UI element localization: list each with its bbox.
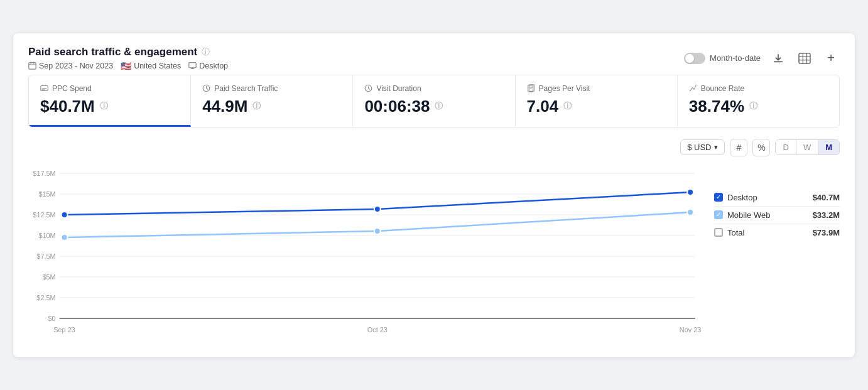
country-item: 🇺🇸 United States: [121, 61, 181, 71]
month-to-date-toggle[interactable]: Month-to-date: [684, 53, 761, 64]
monitor-icon: [188, 62, 197, 70]
metric-label-pages: Pages Per Visit: [527, 84, 666, 93]
svg-text:$12.5M: $12.5M: [33, 210, 55, 218]
clock-icon: [364, 84, 372, 92]
legend-desktop: ✓ Desktop $40.7M: [714, 189, 840, 207]
currency-label: $ USD: [687, 143, 711, 152]
svg-line-30: [377, 212, 690, 231]
duration-info-icon[interactable]: ⓘ: [435, 100, 443, 112]
svg-point-27: [374, 206, 381, 212]
date-range: Sep 2023 - Nov 2023: [39, 62, 113, 70]
legend-mobile-web: ✓ Mobile Web $33.2M: [714, 207, 840, 224]
svg-rect-0: [29, 63, 36, 70]
toggle-label: Month-to-date: [710, 53, 761, 63]
ppc-icon: [40, 84, 48, 92]
period-group: D W M: [775, 139, 840, 155]
legend-total-left: Total: [714, 228, 744, 237]
svg-point-31: [62, 234, 68, 241]
header-row: Paid search traffic & engagement ⓘ Sep 2…: [28, 46, 840, 71]
ppc-info-icon[interactable]: ⓘ: [100, 100, 108, 112]
chart-legend: ✓ Desktop $40.7M ✓ Mobile Web $33.2M: [702, 164, 840, 346]
svg-text:$10M: $10M: [38, 231, 55, 239]
metric-value-pages: 7.04 ⓘ: [527, 97, 666, 116]
svg-text:$0: $0: [48, 314, 56, 322]
pages-icon: [527, 84, 535, 92]
legend-mobile-left: ✓ Mobile Web: [714, 210, 770, 220]
metric-pages-per-visit[interactable]: Pages Per Visit 7.04 ⓘ: [516, 75, 678, 127]
metric-value-duration: 00:06:38 ⓘ: [364, 97, 503, 116]
chart-controls: $ USD ▾ # % D W M: [28, 139, 840, 156]
svg-line-29: [65, 231, 377, 237]
svg-text:$2.5M: $2.5M: [36, 293, 55, 301]
toggle-thumb: [685, 54, 694, 63]
legend-desktop-name: Desktop: [727, 193, 757, 202]
period-day-button[interactable]: D: [776, 140, 796, 154]
add-button[interactable]: +: [822, 50, 840, 67]
download-icon: [773, 53, 784, 64]
svg-text:$7.5M: $7.5M: [36, 252, 55, 259]
period-month-button[interactable]: M: [818, 140, 839, 154]
svg-point-32: [374, 228, 381, 234]
bounce-icon: [689, 84, 697, 92]
calendar-icon: [28, 62, 36, 70]
svg-text:$17.5M: $17.5M: [33, 169, 55, 176]
svg-point-33: [687, 209, 693, 215]
metric-label-ppc: PPC Spend: [40, 84, 179, 93]
legend-total-value: $73.9M: [813, 228, 840, 237]
legend-total-name: Total: [727, 228, 744, 237]
metrics-row: PPC Spend $40.7M ⓘ Paid Search Traffic 4…: [28, 75, 840, 127]
metric-bounce-rate[interactable]: Bounce Rate 38.74% ⓘ: [678, 75, 839, 127]
traffic-info-icon[interactable]: ⓘ: [252, 100, 261, 112]
traffic-icon: [202, 84, 210, 92]
excel-icon: [798, 53, 811, 64]
title-info-icon[interactable]: ⓘ: [202, 46, 210, 58]
metric-label-traffic: Paid Search Traffic: [202, 84, 341, 93]
currency-chevron-icon: ▾: [714, 143, 718, 151]
metric-value-bounce: 38.74% ⓘ: [689, 97, 828, 116]
flag-icon: 🇺🇸: [121, 61, 131, 71]
device-item: Desktop: [188, 62, 228, 70]
chart-svg-area: $0 $2.5M $5M $7.5M $10M $12.5M $15M $17.…: [28, 164, 702, 346]
legend-total: Total $73.9M: [714, 224, 840, 241]
metric-label-duration: Visit Duration: [364, 84, 503, 93]
title-area: Paid search traffic & engagement ⓘ Sep 2…: [28, 46, 228, 71]
percent-button[interactable]: %: [752, 139, 770, 156]
toggle-track[interactable]: [684, 53, 705, 64]
svg-point-28: [687, 189, 693, 195]
metric-value-ppc: $40.7M ⓘ: [40, 97, 179, 116]
download-button[interactable]: [769, 50, 787, 67]
excel-button[interactable]: [796, 50, 813, 67]
check-icon: ✓: [716, 194, 721, 200]
title-line: Paid search traffic & engagement ⓘ: [28, 46, 228, 58]
chart-body: $0 $2.5M $5M $7.5M $10M $12.5M $15M $17.…: [28, 164, 840, 346]
svg-text:Nov 23: Nov 23: [680, 325, 702, 333]
sub-line: Sep 2023 - Nov 2023 🇺🇸 United States Des…: [28, 61, 228, 71]
svg-point-26: [62, 212, 68, 218]
legend-mobile-name: Mobile Web: [727, 210, 770, 220]
currency-selector[interactable]: $ USD ▾: [680, 139, 725, 155]
svg-text:$5M: $5M: [42, 273, 55, 280]
pages-info-icon[interactable]: ⓘ: [563, 100, 572, 112]
metric-ppc-spend[interactable]: PPC Spend $40.7M ⓘ: [29, 75, 191, 127]
legend-desktop-checkbox[interactable]: ✓: [714, 193, 723, 202]
header-right: Month-to-date +: [684, 50, 840, 67]
device-label: Desktop: [199, 62, 228, 70]
svg-text:Oct 23: Oct 23: [367, 325, 388, 333]
legend-mobile-checkbox[interactable]: ✓: [714, 210, 723, 219]
svg-rect-2: [799, 53, 810, 63]
metric-visit-duration[interactable]: Visit Duration 00:06:38 ⓘ: [353, 75, 515, 127]
period-week-button[interactable]: W: [796, 140, 818, 154]
legend-total-checkbox[interactable]: [714, 228, 723, 237]
legend-desktop-value: $40.7M: [813, 193, 840, 202]
hash-button[interactable]: #: [730, 139, 747, 156]
bounce-info-icon[interactable]: ⓘ: [749, 100, 757, 112]
legend-desktop-left: ✓ Desktop: [714, 193, 757, 202]
legend-mobile-value: $33.2M: [813, 210, 840, 220]
svg-text:Sep 23: Sep 23: [53, 325, 75, 333]
page-title: Paid search traffic & engagement: [28, 46, 197, 58]
svg-text:$15M: $15M: [38, 190, 55, 197]
chart-svg: $0 $2.5M $5M $7.5M $10M $12.5M $15M $17.…: [28, 164, 702, 346]
date-range-item: Sep 2023 - Nov 2023: [28, 62, 113, 70]
main-card: Paid search traffic & engagement ⓘ Sep 2…: [13, 33, 855, 357]
metric-paid-traffic[interactable]: Paid Search Traffic 44.9M ⓘ: [191, 75, 353, 127]
